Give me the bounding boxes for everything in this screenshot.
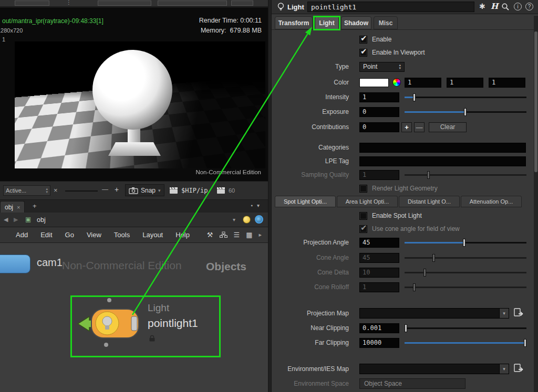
projection-angle-slider[interactable]: [405, 239, 526, 247]
chevron-down-icon[interactable]: ▾: [233, 217, 235, 223]
sampling-quality-label: Sampling Quality: [272, 171, 349, 178]
lpe-tag-input[interactable]: [359, 156, 526, 166]
top-toolbar: ⋮: [0, 0, 268, 7]
intensity-input[interactable]: [359, 92, 399, 102]
near-clipping-input[interactable]: [359, 323, 399, 333]
clear-button[interactable]: Clear: [429, 122, 467, 132]
menu-edit[interactable]: Edit: [34, 231, 58, 239]
scrollbar-thumb[interactable]: [534, 31, 537, 172]
add-tab-button[interactable]: +: [33, 202, 37, 210]
add-contribution-button[interactable]: +: [401, 122, 412, 132]
file-chooser-icon[interactable]: [513, 363, 523, 375]
subtab-distant-light[interactable]: Distant Light O...: [399, 196, 460, 207]
active-views-dropdown[interactable]: Active... ▴▾: [3, 185, 50, 196]
top-toolbar-button[interactable]: [231, 1, 253, 6]
remove-contribution-button[interactable]: —: [414, 122, 425, 132]
type-label: Type: [272, 63, 349, 70]
environment-map-dropdown[interactable]: ▾: [359, 364, 509, 374]
camera-node[interactable]: [0, 255, 30, 273]
grid-view-icon[interactable]: ▦: [246, 231, 252, 239]
chevron-down-icon[interactable]: ▾: [499, 364, 509, 374]
snapshot-button[interactable]: Snap ▾: [125, 184, 164, 196]
color-wheel-icon[interactable]: [392, 78, 401, 87]
network-path[interactable]: obj: [37, 216, 46, 224]
tab-transform[interactable]: Transform: [275, 16, 313, 29]
kebab-menu-icon[interactable]: ⋮: [66, 0, 71, 5]
close-icon[interactable]: ×: [54, 186, 58, 194]
snapshot-slider[interactable]: [65, 190, 98, 192]
slider-handle[interactable]: [464, 108, 467, 116]
contributions-input[interactable]: [359, 122, 399, 132]
render-toolbar: Active... ▴▾ × — + Snap ▾ $HIP/ip: [0, 182, 268, 200]
color-b-input[interactable]: [489, 78, 525, 88]
far-clipping-input[interactable]: [359, 338, 399, 348]
color-g-input[interactable]: [447, 78, 483, 88]
enable-checkbox[interactable]: [359, 36, 367, 44]
enable-spot-light-checkbox[interactable]: [359, 212, 367, 220]
slider-handle[interactable]: [413, 93, 416, 101]
categories-input[interactable]: [359, 143, 526, 153]
close-icon[interactable]: ×: [17, 204, 20, 210]
link-editor-icon[interactable]: [255, 215, 263, 224]
menu-help[interactable]: Help: [169, 231, 196, 239]
minus-button[interactable]: —: [102, 186, 108, 193]
forward-icon[interactable]: ▶: [14, 216, 18, 223]
gear-icon[interactable]: ✱: [479, 2, 485, 10]
pane-square-icon[interactable]: ▪: [251, 203, 257, 208]
menu-go[interactable]: Go: [59, 231, 80, 239]
parameters-header: Light ✱ H i ?: [272, 0, 538, 14]
intensity-slider[interactable]: [405, 93, 526, 101]
exposure-slider[interactable]: [405, 108, 526, 116]
menu-tools[interactable]: Tools: [108, 231, 136, 239]
top-toolbar-button[interactable]: [15, 1, 49, 6]
projection-map-dropdown[interactable]: ▾: [359, 308, 509, 319]
output-picture-selector[interactable]: $HIP/ip: [167, 184, 210, 196]
plus-button[interactable]: +: [115, 185, 119, 194]
list-view-icon[interactable]: ☰: [234, 231, 240, 239]
top-toolbar-dropdown[interactable]: [158, 1, 227, 6]
subtab-area-light[interactable]: Area Light Opti...: [337, 196, 398, 207]
memory-value: 679.88 MB: [230, 27, 262, 34]
slider-handle[interactable]: [405, 324, 407, 332]
tab-obj[interactable]: obj ×: [0, 201, 25, 213]
light-type-dropdown[interactable]: Point ▴▾: [359, 62, 405, 72]
light-option-tabs: Spot Light Opti... Area Light Opti... Di…: [275, 196, 523, 207]
snapshot-gallery-icon[interactable]: [243, 216, 251, 224]
pane-menu-icon[interactable]: ▾: [257, 203, 264, 208]
houdini-badge-icon[interactable]: H: [491, 2, 498, 11]
render-resolution: 1280x720: [0, 27, 23, 34]
subtab-spot-light[interactable]: Spot Light Opti...: [275, 196, 336, 207]
menu-view[interactable]: View: [80, 231, 108, 239]
color-r-input[interactable]: [405, 78, 441, 88]
info-icon[interactable]: i: [514, 3, 522, 10]
enable-in-viewport-checkbox[interactable]: [359, 49, 367, 57]
slider-handle[interactable]: [463, 239, 465, 247]
top-toolbar-dropdown[interactable]: [98, 1, 151, 6]
near-clipping-slider[interactable]: [405, 324, 526, 332]
hierarchy-icon[interactable]: [220, 231, 227, 238]
chevron-down-icon[interactable]: ▾: [499, 309, 509, 318]
pane-divider[interactable]: [268, 0, 272, 392]
node-name-input[interactable]: [307, 2, 474, 12]
projection-angle-input[interactable]: [359, 238, 399, 248]
expand-icon[interactable]: ▸: [258, 231, 262, 238]
help-icon[interactable]: ?: [525, 3, 533, 10]
tab-misc[interactable]: Misc: [374, 16, 398, 29]
fps-selector[interactable]: 60: [216, 184, 235, 196]
color-swatch[interactable]: [359, 78, 389, 87]
node-type-label: Light: [287, 3, 304, 11]
scrollbar[interactable]: [534, 16, 538, 392]
file-chooser-icon[interactable]: [513, 308, 523, 319]
annotation-tab-highlight: [313, 16, 340, 30]
slider-handle[interactable]: [524, 339, 526, 347]
slider-handle: [413, 283, 416, 291]
tab-shadow[interactable]: Shadow: [341, 16, 371, 29]
menu-layout[interactable]: Layout: [136, 231, 169, 239]
exposure-input[interactable]: [359, 107, 399, 117]
far-clipping-slider[interactable]: [405, 339, 526, 347]
tools-icon[interactable]: ⚒: [207, 231, 213, 239]
back-icon[interactable]: ◀: [4, 216, 8, 223]
subtab-attenuation[interactable]: Attenuation Op...: [461, 196, 522, 207]
menu-add[interactable]: Add: [0, 231, 34, 239]
search-icon[interactable]: [501, 3, 510, 13]
